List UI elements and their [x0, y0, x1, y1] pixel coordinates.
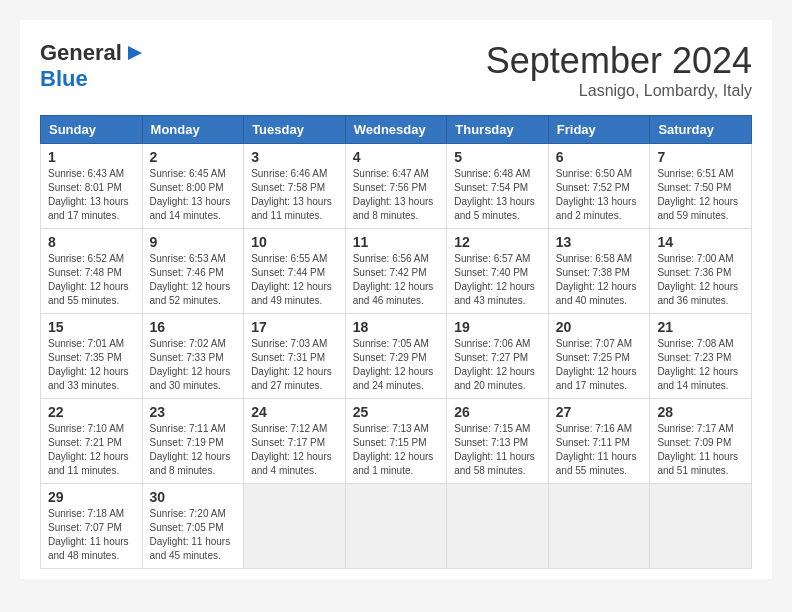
day-info: Sunrise: 6:43 AM Sunset: 8:01 PM Dayligh… [48, 167, 135, 223]
day-info: Sunrise: 7:05 AM Sunset: 7:29 PM Dayligh… [353, 337, 440, 393]
day-info: Sunrise: 7:12 AM Sunset: 7:17 PM Dayligh… [251, 422, 338, 478]
day-info: Sunrise: 7:17 AM Sunset: 7:09 PM Dayligh… [657, 422, 744, 478]
table-row: 29Sunrise: 7:18 AM Sunset: 7:07 PM Dayli… [41, 484, 143, 569]
day-number: 2 [150, 149, 237, 165]
col-tuesday: Tuesday [244, 116, 346, 144]
day-number: 26 [454, 404, 541, 420]
calendar-week-row: 22Sunrise: 7:10 AM Sunset: 7:21 PM Dayli… [41, 399, 752, 484]
day-number: 1 [48, 149, 135, 165]
day-info: Sunrise: 7:02 AM Sunset: 7:33 PM Dayligh… [150, 337, 237, 393]
table-row [650, 484, 752, 569]
day-number: 24 [251, 404, 338, 420]
table-row: 20Sunrise: 7:07 AM Sunset: 7:25 PM Dayli… [548, 314, 650, 399]
day-number: 28 [657, 404, 744, 420]
table-row: 6Sunrise: 6:50 AM Sunset: 7:52 PM Daylig… [548, 144, 650, 229]
day-number: 13 [556, 234, 643, 250]
table-row: 19Sunrise: 7:06 AM Sunset: 7:27 PM Dayli… [447, 314, 549, 399]
day-number: 17 [251, 319, 338, 335]
title-block: September 2024 Lasnigo, Lombardy, Italy [486, 40, 752, 100]
col-sunday: Sunday [41, 116, 143, 144]
day-number: 29 [48, 489, 135, 505]
day-number: 19 [454, 319, 541, 335]
table-row: 9Sunrise: 6:53 AM Sunset: 7:46 PM Daylig… [142, 229, 244, 314]
day-info: Sunrise: 7:10 AM Sunset: 7:21 PM Dayligh… [48, 422, 135, 478]
table-row: 15Sunrise: 7:01 AM Sunset: 7:35 PM Dayli… [41, 314, 143, 399]
table-row: 18Sunrise: 7:05 AM Sunset: 7:29 PM Dayli… [345, 314, 447, 399]
calendar-table: Sunday Monday Tuesday Wednesday Thursday… [40, 115, 752, 569]
day-number: 15 [48, 319, 135, 335]
day-info: Sunrise: 7:00 AM Sunset: 7:36 PM Dayligh… [657, 252, 744, 308]
table-row: 8Sunrise: 6:52 AM Sunset: 7:48 PM Daylig… [41, 229, 143, 314]
day-info: Sunrise: 6:53 AM Sunset: 7:46 PM Dayligh… [150, 252, 237, 308]
table-row: 16Sunrise: 7:02 AM Sunset: 7:33 PM Dayli… [142, 314, 244, 399]
day-number: 30 [150, 489, 237, 505]
day-info: Sunrise: 7:18 AM Sunset: 7:07 PM Dayligh… [48, 507, 135, 563]
day-number: 27 [556, 404, 643, 420]
day-info: Sunrise: 7:15 AM Sunset: 7:13 PM Dayligh… [454, 422, 541, 478]
day-info: Sunrise: 7:06 AM Sunset: 7:27 PM Dayligh… [454, 337, 541, 393]
table-row: 30Sunrise: 7:20 AM Sunset: 7:05 PM Dayli… [142, 484, 244, 569]
day-number: 6 [556, 149, 643, 165]
table-row: 2Sunrise: 6:45 AM Sunset: 8:00 PM Daylig… [142, 144, 244, 229]
table-row: 10Sunrise: 6:55 AM Sunset: 7:44 PM Dayli… [244, 229, 346, 314]
logo-blue-text: Blue [40, 66, 88, 92]
table-row: 1Sunrise: 6:43 AM Sunset: 8:01 PM Daylig… [41, 144, 143, 229]
table-row: 12Sunrise: 6:57 AM Sunset: 7:40 PM Dayli… [447, 229, 549, 314]
table-row: 27Sunrise: 7:16 AM Sunset: 7:11 PM Dayli… [548, 399, 650, 484]
day-number: 23 [150, 404, 237, 420]
calendar-header-row: Sunday Monday Tuesday Wednesday Thursday… [41, 116, 752, 144]
table-row [345, 484, 447, 569]
table-row: 13Sunrise: 6:58 AM Sunset: 7:38 PM Dayli… [548, 229, 650, 314]
day-number: 11 [353, 234, 440, 250]
day-info: Sunrise: 7:20 AM Sunset: 7:05 PM Dayligh… [150, 507, 237, 563]
calendar-week-row: 15Sunrise: 7:01 AM Sunset: 7:35 PM Dayli… [41, 314, 752, 399]
day-number: 9 [150, 234, 237, 250]
day-number: 18 [353, 319, 440, 335]
col-thursday: Thursday [447, 116, 549, 144]
day-info: Sunrise: 6:56 AM Sunset: 7:42 PM Dayligh… [353, 252, 440, 308]
table-row: 17Sunrise: 7:03 AM Sunset: 7:31 PM Dayli… [244, 314, 346, 399]
table-row [244, 484, 346, 569]
calendar-body: 1Sunrise: 6:43 AM Sunset: 8:01 PM Daylig… [41, 144, 752, 569]
day-info: Sunrise: 6:47 AM Sunset: 7:56 PM Dayligh… [353, 167, 440, 223]
day-info: Sunrise: 6:52 AM Sunset: 7:48 PM Dayligh… [48, 252, 135, 308]
day-number: 22 [48, 404, 135, 420]
day-info: Sunrise: 6:48 AM Sunset: 7:54 PM Dayligh… [454, 167, 541, 223]
day-number: 3 [251, 149, 338, 165]
day-number: 14 [657, 234, 744, 250]
day-info: Sunrise: 7:01 AM Sunset: 7:35 PM Dayligh… [48, 337, 135, 393]
table-row: 28Sunrise: 7:17 AM Sunset: 7:09 PM Dayli… [650, 399, 752, 484]
col-friday: Friday [548, 116, 650, 144]
table-row: 11Sunrise: 6:56 AM Sunset: 7:42 PM Dayli… [345, 229, 447, 314]
table-row: 3Sunrise: 6:46 AM Sunset: 7:58 PM Daylig… [244, 144, 346, 229]
day-number: 20 [556, 319, 643, 335]
col-saturday: Saturday [650, 116, 752, 144]
calendar-week-row: 29Sunrise: 7:18 AM Sunset: 7:07 PM Dayli… [41, 484, 752, 569]
day-info: Sunrise: 7:07 AM Sunset: 7:25 PM Dayligh… [556, 337, 643, 393]
day-info: Sunrise: 6:45 AM Sunset: 8:00 PM Dayligh… [150, 167, 237, 223]
day-number: 10 [251, 234, 338, 250]
logo: General Blue [40, 40, 146, 92]
table-row: 26Sunrise: 7:15 AM Sunset: 7:13 PM Dayli… [447, 399, 549, 484]
table-row: 7Sunrise: 6:51 AM Sunset: 7:50 PM Daylig… [650, 144, 752, 229]
day-info: Sunrise: 6:50 AM Sunset: 7:52 PM Dayligh… [556, 167, 643, 223]
logo-general-text: General [40, 40, 122, 66]
day-info: Sunrise: 7:13 AM Sunset: 7:15 PM Dayligh… [353, 422, 440, 478]
day-info: Sunrise: 6:58 AM Sunset: 7:38 PM Dayligh… [556, 252, 643, 308]
day-number: 7 [657, 149, 744, 165]
table-row: 25Sunrise: 7:13 AM Sunset: 7:15 PM Dayli… [345, 399, 447, 484]
table-row [548, 484, 650, 569]
col-monday: Monday [142, 116, 244, 144]
calendar-container: General Blue September 2024 Lasnigo, Lom… [20, 20, 772, 579]
day-number: 25 [353, 404, 440, 420]
day-number: 16 [150, 319, 237, 335]
calendar-header: General Blue September 2024 Lasnigo, Lom… [40, 40, 752, 100]
day-number: 21 [657, 319, 744, 335]
month-title: September 2024 [486, 40, 752, 82]
calendar-week-row: 1Sunrise: 6:43 AM Sunset: 8:01 PM Daylig… [41, 144, 752, 229]
table-row: 23Sunrise: 7:11 AM Sunset: 7:19 PM Dayli… [142, 399, 244, 484]
day-number: 8 [48, 234, 135, 250]
table-row: 14Sunrise: 7:00 AM Sunset: 7:36 PM Dayli… [650, 229, 752, 314]
table-row: 22Sunrise: 7:10 AM Sunset: 7:21 PM Dayli… [41, 399, 143, 484]
day-number: 4 [353, 149, 440, 165]
